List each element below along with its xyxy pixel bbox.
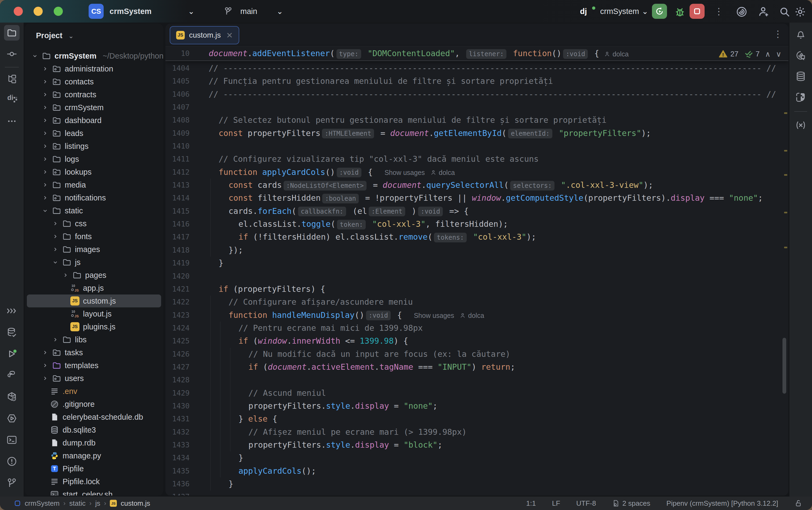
services-tool-button[interactable]	[6, 413, 18, 424]
expand-chevron-icon[interactable]	[52, 220, 59, 227]
code-line-1404[interactable]: 1404// ---------------------------------…	[166, 62, 788, 75]
tree-row-images[interactable]: images	[25, 243, 163, 256]
code-line-1424[interactable]: 1424// Pentru ecrane mai mici de 1399.98…	[166, 322, 788, 335]
rerun-button[interactable]	[652, 4, 667, 19]
branch-selector[interactable]: main	[240, 0, 257, 23]
expand-chevron-icon[interactable]	[41, 65, 49, 72]
expand-chevron-icon[interactable]	[41, 168, 49, 175]
breadcrumb-item[interactable]: js	[95, 499, 100, 508]
tree-row-dump-rdb[interactable]: dump.rdb	[25, 436, 163, 449]
database-changes-tool-button[interactable]	[6, 327, 18, 338]
tree-row-logs[interactable]: logs	[25, 152, 163, 166]
tab-custom-js[interactable]: JS custom.js ✕	[170, 26, 239, 44]
line-number[interactable]: 1425	[166, 335, 189, 347]
code-line-1405[interactable]: 1405// Funcția pentru gestionarea meniul…	[166, 75, 788, 88]
show-usages-hint[interactable]: Show usages	[385, 169, 425, 176]
version-control-tool-button[interactable]	[6, 477, 18, 489]
inspection-widget[interactable]: 27 7 ∧ ∨	[719, 48, 781, 60]
line-number[interactable]: 1424	[166, 322, 189, 335]
line-number[interactable]: 1435	[166, 464, 189, 478]
tree-row-plugins-js[interactable]: JSplugins.js	[25, 320, 163, 333]
tree-row-start-celery-sh[interactable]: start_celery.sh	[25, 488, 163, 495]
code-line-1419[interactable]: 1419}	[166, 257, 788, 270]
project-panel-title[interactable]: Project ⌄	[36, 28, 74, 42]
expand-chevron-icon[interactable]	[41, 349, 49, 356]
tree-row-leads[interactable]: leads	[25, 127, 163, 140]
expand-chevron-icon[interactable]	[62, 272, 69, 279]
warnings-indicator[interactable]: 27	[719, 50, 739, 59]
django-structure-tool-button[interactable]: di	[6, 92, 18, 104]
expand-chevron-icon[interactable]	[41, 362, 49, 369]
expand-chevron-icon[interactable]	[41, 130, 49, 137]
code-line-1429[interactable]: 1429// Ascund meniul	[166, 387, 788, 400]
tree-row-tasks[interactable]: tasks	[25, 346, 163, 359]
settings-gear-icon[interactable]	[794, 6, 806, 18]
code-line-1425[interactable]: 1425if (window.innerWidth <= 1399.98) {	[166, 335, 788, 347]
code-line-1436[interactable]: 1436}	[166, 478, 788, 490]
code-line-1430[interactable]: 1430propertyFilters.style.display = "non…	[166, 400, 788, 413]
code-line-1415[interactable]: 1415cards.forEach(callbackfn: (el:Elemen…	[166, 205, 788, 218]
error-stripe-mark[interactable]	[784, 112, 787, 114]
expand-chevron-icon[interactable]	[41, 117, 49, 124]
code-area[interactable]: 1404// ---------------------------------…	[166, 62, 788, 495]
line-number[interactable]: 1418	[166, 244, 189, 257]
code-line-1409[interactable]: 1409const propertyFilters:HTMLElement = …	[166, 127, 788, 140]
database-tool-button[interactable]	[795, 70, 807, 82]
tree-row-templates[interactable]: templates	[25, 359, 163, 372]
line-number[interactable]: 1421	[166, 283, 189, 295]
line-number[interactable]: 1407	[166, 101, 189, 114]
search-everywhere-icon[interactable]	[779, 6, 790, 18]
run-config-selector[interactable]: crmSystem	[600, 0, 639, 23]
python-console-tool-button[interactable]	[6, 305, 18, 317]
line-number[interactable]: 1404	[166, 62, 189, 75]
line-number[interactable]: 1411	[166, 152, 189, 166]
sticky-line[interactable]: 10 document.addEventListener(type: "DOMC…	[166, 47, 788, 61]
line-number[interactable]: 1414	[166, 192, 189, 204]
code-line-1423[interactable]: 1423function handleMenuDisplay():void { …	[166, 309, 788, 322]
line-number[interactable]: 1416	[166, 218, 189, 231]
more-tool-windows-button[interactable]	[6, 115, 18, 127]
code-line-1437[interactable]: 1437	[166, 490, 788, 495]
expand-chevron-icon[interactable]	[41, 143, 49, 150]
line-number[interactable]: 1412	[166, 166, 189, 179]
tree-row-media[interactable]: media	[25, 178, 163, 191]
run-tool-button[interactable]	[6, 348, 18, 360]
tree-row-users[interactable]: users	[25, 372, 163, 385]
code-with-me-icon[interactable]	[758, 6, 770, 18]
project-tool-button[interactable]	[4, 25, 20, 40]
expand-chevron-icon[interactable]	[41, 91, 49, 98]
expand-chevron-icon[interactable]	[41, 155, 49, 163]
indent-style[interactable]: 2 spaces	[612, 499, 650, 508]
code-line-1421[interactable]: 1421if (propertyFilters) {	[166, 283, 788, 295]
error-stripe-mark[interactable]	[784, 212, 787, 214]
editor-scrollbar[interactable]	[782, 338, 786, 394]
line-number[interactable]: 1415	[166, 205, 189, 218]
minimize-window-button[interactable]	[34, 7, 43, 16]
code-line-1418[interactable]: 1418});	[166, 244, 788, 257]
code-line-1411[interactable]: 1411// Configurez vizualizarea tip "col-…	[166, 152, 788, 166]
tree-row-libs[interactable]: libs	[25, 333, 163, 346]
python-interpreter[interactable]: Pipenv (crmSystem) [Python 3.12.2]	[666, 499, 778, 508]
line-number[interactable]: 1428	[166, 373, 189, 387]
code-line-1428[interactable]: 1428	[166, 373, 788, 387]
code-line-1420[interactable]: 1420	[166, 270, 788, 283]
line-number[interactable]: 1405	[166, 75, 189, 88]
tree-row-celerybeat-schedule-db[interactable]: celerybeat-schedule.db	[25, 410, 163, 423]
code-line-1435[interactable]: 1435applyCardCols();	[166, 464, 788, 478]
tab-close-icon[interactable]: ✕	[226, 31, 233, 40]
code-line-1416[interactable]: 1416el.classList.toggle(token: "col-xxl-…	[166, 218, 788, 231]
code-line-1413[interactable]: 1413const cards:NodeListOf<Element> = do…	[166, 179, 788, 192]
tree-row-js[interactable]: js	[25, 256, 163, 269]
code-line-1406[interactable]: 1406// ---------------------------------…	[166, 88, 788, 101]
tree-row-contacts[interactable]: contacts	[25, 75, 163, 88]
code-line-1422[interactable]: 1422// Configurare afișare/ascundere men…	[166, 295, 788, 309]
expand-chevron-icon[interactable]	[52, 246, 59, 253]
tree-row-db-sqlite3[interactable]: db.sqlite3	[25, 423, 163, 436]
tree-row-crmsystem[interactable]: crmSystem~/Desktop/pythonl	[25, 50, 163, 62]
code-line-1408[interactable]: 1408// Selectez butonul pentru gestionar…	[166, 114, 788, 126]
notifications-tool-button[interactable]	[795, 28, 807, 40]
collapse-chevron-icon[interactable]	[52, 259, 59, 266]
code-line-1431[interactable]: 1431} else {	[166, 413, 788, 425]
code-line-1414[interactable]: 1414const filtersHidden:boolean = !prope…	[166, 192, 788, 204]
line-number[interactable]: 1419	[166, 257, 189, 270]
